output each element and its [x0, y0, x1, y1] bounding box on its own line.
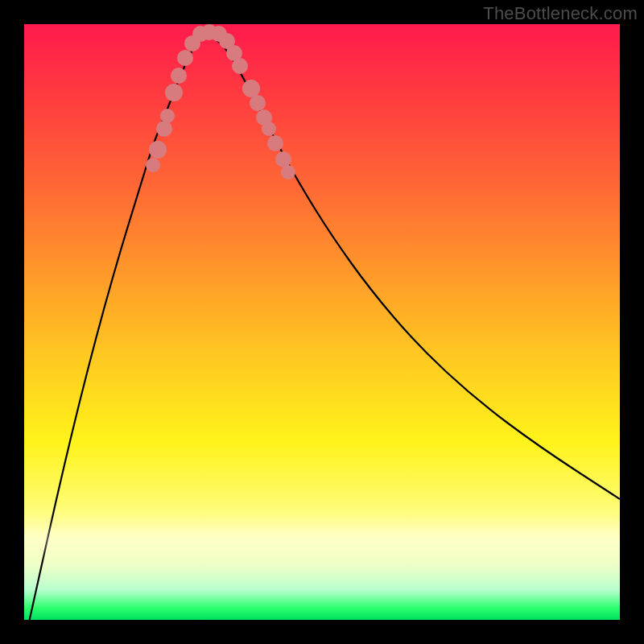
sample-dot — [267, 135, 283, 151]
plot-area — [24, 24, 620, 620]
sample-dot — [242, 80, 260, 97]
chart-frame: TheBottleneck.com — [0, 0, 644, 644]
sample-dot — [281, 165, 295, 180]
sample-dot — [171, 68, 187, 84]
bottleneck-curve — [24, 35, 620, 621]
sample-dot — [149, 141, 167, 159]
sample-dot — [156, 121, 172, 137]
watermark-text: TheBottleneck.com — [483, 3, 638, 24]
sample-dots-group — [146, 24, 295, 180]
sample-dot — [165, 84, 183, 101]
sample-dot — [160, 109, 175, 123]
sample-dot — [146, 158, 160, 172]
sample-dot — [275, 151, 291, 167]
bottleneck-chart-svg — [24, 24, 620, 620]
sample-dot — [262, 122, 276, 136]
sample-dot — [177, 50, 193, 66]
sample-dot — [232, 58, 248, 74]
sample-dot — [250, 95, 266, 111]
